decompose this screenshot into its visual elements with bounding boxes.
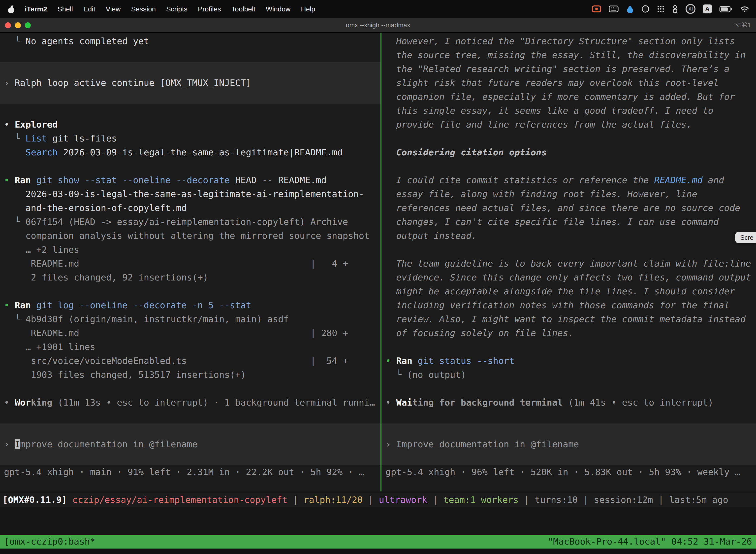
screen-recording-indicator-icon[interactable] <box>592 5 601 12</box>
terminal-row: of focusing solely on file lines. <box>385 326 756 340</box>
terminal-row: output instead. <box>385 229 756 243</box>
terminal-text: changes, I can't cite specific file line… <box>385 216 719 227</box>
terminal-text: output instead. <box>385 230 477 241</box>
wifi-icon[interactable] <box>740 5 749 12</box>
terminal-row: Search 2026-03-09-is-legal-the-same-as-l… <box>4 146 380 159</box>
battery-icon[interactable] <box>719 6 733 12</box>
figure-app-icon[interactable] <box>672 5 678 13</box>
terminal-row: The team guideline is to back every impo… <box>385 257 756 271</box>
terminal-text: 2026-03-09-is-legal-the-same-as-legitima… <box>4 189 364 199</box>
terminal-row <box>4 104 380 118</box>
terminal-text: … +2 lines <box>4 244 79 255</box>
terminal-text: src/voice/voiceModeEnabled.ts | 54 + <box>4 355 348 366</box>
terminal-text: However, I noticed the "Directory Struct… <box>385 36 735 46</box>
terminal-row: including verification notes with those … <box>385 298 756 312</box>
terminal-text: └ (no output) <box>385 369 466 380</box>
prompt-input[interactable]: › Improve documentation in @filename <box>381 424 756 465</box>
menu-item-profiles[interactable]: Profiles <box>198 5 221 13</box>
window-shortcut-label: ⌥⌘1 <box>734 21 756 29</box>
tmux-session-label: [omx-cczip0:bash* <box>4 535 95 549</box>
terminal-text: • <box>385 397 396 407</box>
terminal-text: review. Also, I might want to inspect th… <box>385 314 746 324</box>
terminal-text: | <box>288 494 304 505</box>
menu-item-window[interactable]: Window <box>266 5 291 13</box>
terminal-row: └ 4b9d30f (origin/main, instructkr/main,… <box>4 312 380 326</box>
terminal-row <box>385 159 756 173</box>
terminal-row: However, I noticed the "Directory Struct… <box>385 34 756 48</box>
menu-item-view[interactable]: View <box>106 5 121 13</box>
gauge-icon[interactable]: .61 <box>686 4 695 14</box>
keyboard-icon[interactable] <box>609 5 619 12</box>
terminal-row: essay file, along with finding root file… <box>385 187 756 201</box>
terminal-text: Wor <box>15 397 31 407</box>
menu-item-edit[interactable]: Edit <box>83 5 95 13</box>
menu-status-icons: .61 A <box>592 4 749 14</box>
terminal-row: … +1901 lines <box>4 340 380 354</box>
prompt-input[interactable]: › Improve documentation in @filename <box>0 424 380 465</box>
menu-item-toolbelt[interactable]: Toolbelt <box>232 5 255 13</box>
terminal-row: • Explored <box>4 118 380 131</box>
input-source-icon[interactable]: A <box>703 4 712 13</box>
circle-app-icon[interactable] <box>641 5 649 13</box>
screen-share-pill[interactable]: Scre <box>736 232 756 243</box>
terminal-text: • <box>4 119 15 129</box>
terminal-text: › <box>4 439 15 449</box>
terminal-row: might be acceptable alongside the file l… <box>385 284 756 298</box>
droplet-app-icon[interactable] <box>626 5 634 13</box>
terminal-text: 2 files changed, 92 insertions(+) <box>4 272 208 282</box>
terminal-text: Wai <box>396 397 412 407</box>
terminal-row: I could cite commit statistics or refere… <box>385 173 756 187</box>
terminal-text: git status --short <box>412 355 514 366</box>
terminal-text: ting for background terminal <box>412 397 563 407</box>
terminal-text: ultrawork <box>379 494 427 505</box>
terminal-text: cczip/essay/ai-reimplementation-copyleft <box>72 494 288 505</box>
minimize-window-button[interactable] <box>15 22 21 28</box>
terminal-text: and <box>703 175 724 185</box>
terminal-row: Considering citation options <box>385 146 756 159</box>
right-pane[interactable]: However, I noticed the "Directory Struct… <box>381 33 756 491</box>
terminal-row: └ No agents completed yet <box>4 34 380 48</box>
terminal-text: Ran <box>15 300 31 310</box>
terminal-text: companion file, especially if more comme… <box>385 91 735 102</box>
dots-grid-icon[interactable] <box>657 5 665 13</box>
terminal-row <box>4 409 380 424</box>
terminal-row <box>385 409 756 424</box>
terminal-text: provide file and line references from th… <box>385 119 692 129</box>
apple-logo-icon[interactable] <box>8 5 14 13</box>
terminal-text: HEAD -- README.md <box>230 175 326 185</box>
terminal-row: slight risk that future readers may over… <box>385 76 756 90</box>
window-title: omx --xhigh --madmax <box>0 21 756 29</box>
terminal-text <box>4 147 25 157</box>
terminal-text: | turns:10 | session:12m | last:5m ago <box>519 494 728 505</box>
terminal-row: evidence. Since this change only affects… <box>385 271 756 284</box>
terminal-text: king <box>31 397 52 407</box>
terminal-text: the source tree, missing the essay. Stil… <box>385 50 746 60</box>
terminal-row <box>385 340 756 354</box>
terminal-text: companion analysis without altering the … <box>4 230 370 241</box>
terminal-text: | <box>427 494 443 505</box>
prompt-input[interactable]: › Ralph loop active continue [OMX_TMUX_I… <box>0 62 380 104</box>
terminal-text: └ <box>4 133 25 144</box>
terminal-text: git ls-files <box>47 133 117 144</box>
menu-item-scripts[interactable]: Scripts <box>166 5 188 13</box>
terminal-text: Search <box>25 147 58 157</box>
terminal-text: Ran <box>396 355 412 366</box>
close-window-button[interactable] <box>5 22 11 28</box>
terminal-text: team:1 workers <box>443 494 518 505</box>
terminal-text: of focusing solely on file lines. <box>385 328 574 338</box>
zoom-window-button[interactable] <box>25 22 31 28</box>
terminal-row: └ 067f154 (HEAD -> essay/ai-reimplementa… <box>4 215 380 229</box>
terminal-text: └ 067f154 (HEAD -> essay/ai-reimplementa… <box>4 216 348 227</box>
terminal-row: └ (no output) <box>385 368 756 382</box>
terminal-text: [OMX#0.11.9] <box>2 494 72 505</box>
terminal-row: the source tree, missing the essay. Stil… <box>385 48 756 62</box>
menu-item-shell[interactable]: Shell <box>58 5 73 13</box>
terminal-text: Ran <box>15 175 31 185</box>
menu-item-iterm2[interactable]: iTerm2 <box>25 5 47 13</box>
left-pane[interactable]: └ No agents completed yet › Ralph loop a… <box>0 33 380 491</box>
terminal-text: this single essay, it seems like a good … <box>385 105 713 116</box>
terminal-row: • Ran git show --stat --oneline --decora… <box>4 173 380 187</box>
menu-item-help[interactable]: Help <box>301 5 315 13</box>
terminal-row: gpt-5.4 xhigh · 96% left · 520K in · 5.8… <box>385 465 756 479</box>
menu-item-session[interactable]: Session <box>131 5 156 13</box>
